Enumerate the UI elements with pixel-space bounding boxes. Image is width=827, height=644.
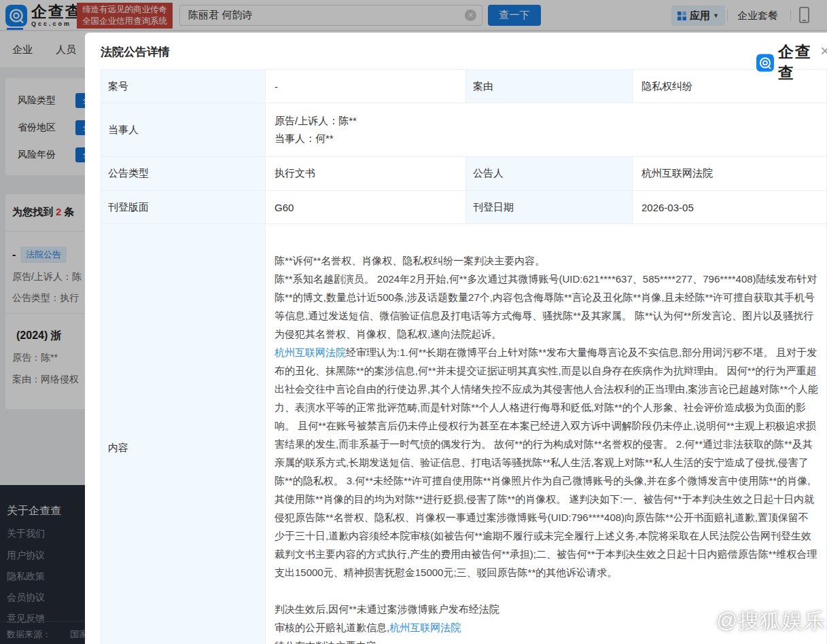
field-label-content: 内容 xyxy=(101,224,266,644)
modal-header: 法院公告详情 企查查 × xyxy=(85,33,827,69)
modal-title: 法院公告详情 xyxy=(101,44,170,60)
field-label-case-number: 案号 xyxy=(101,70,266,103)
court-link[interactable]: 杭州互联网法院 xyxy=(275,346,346,358)
watermark-text: @搜狐娱乐 xyxy=(716,607,825,635)
watermark: @搜狐娱乐 xyxy=(682,607,825,635)
field-label-cause: 案由 xyxy=(466,70,633,103)
weibo-icon xyxy=(682,609,711,632)
close-icon[interactable]: × xyxy=(820,43,827,59)
field-label-announcer: 公告人 xyxy=(466,157,633,191)
field-label-publish-date: 刊登日期 xyxy=(466,191,633,224)
field-value-case-number: - xyxy=(266,70,466,103)
court-link[interactable]: 杭州互联网法院 xyxy=(389,622,461,633)
field-label-announcement-type: 公告类型 xyxy=(101,157,266,191)
announcement-content-text: 陈**诉何**名誉权、肖像权、隐私权纠纷一案判决主要内容。陈**系知名越剧演员。… xyxy=(275,251,818,644)
court-announcement-modal: 法院公告详情 企查查 × 案号 - 案由 隐私权纠纷 当事人 xyxy=(85,33,827,644)
announcement-table: 案号 - 案由 隐私权纠纷 当事人 原告/上诉人：陈** 当事人：何** 公告类… xyxy=(101,69,827,644)
field-value-parties: 原告/上诉人：陈** 当事人：何** xyxy=(266,103,827,157)
field-value-publish-date: 2026-03-05 xyxy=(633,191,827,224)
table-row: 刊登版面 G60 刊登日期 2026-03-05 xyxy=(101,191,827,224)
field-label-page-layout: 刊登版面 xyxy=(101,191,266,224)
field-value-announcement-type: 执行文书 xyxy=(266,157,466,191)
table-row: 当事人 原告/上诉人：陈** 当事人：何** xyxy=(101,103,827,157)
table-row: 内容 陈**诉何**名誉权、肖像权、隐私权纠纷一案判决主要内容。陈**系知名越剧… xyxy=(101,224,827,644)
announcement-content-cell: 陈**诉何**名誉权、肖像权、隐私权纠纷一案判决主要内容。陈**系知名越剧演员。… xyxy=(266,224,827,644)
field-label-parties: 当事人 xyxy=(101,103,266,157)
table-row: 案号 - 案由 隐私权纠纷 xyxy=(101,70,827,103)
qcc-logo-icon xyxy=(756,54,774,72)
table-row: 公告类型 执行文书 公告人 杭州互联网法院 xyxy=(101,157,827,191)
screen: 企查查 Qcc.com 缔造有远见的商业传奇 全国企业信用查询系统 陈丽君 何韵… xyxy=(0,0,827,644)
field-value-page-layout: G60 xyxy=(266,191,466,224)
qcc-logo: 企查查 xyxy=(756,41,827,84)
field-value-announcer: 杭州互联网法院 xyxy=(633,157,827,191)
